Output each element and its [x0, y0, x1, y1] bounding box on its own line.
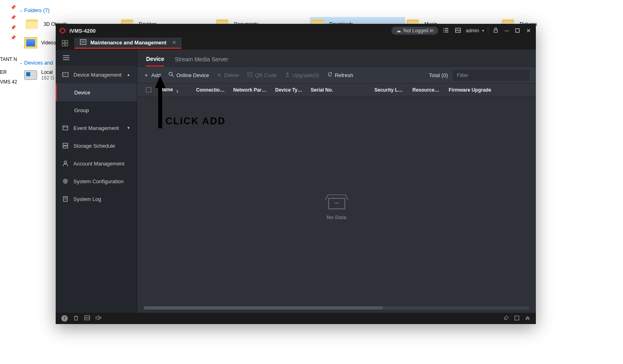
local-disk[interactable]: Local 162 G: [24, 69, 54, 81]
storage-icon: [62, 142, 69, 149]
col-resource[interactable]: Resource Us…: [408, 87, 445, 93]
tool-label: QR Code: [255, 72, 277, 78]
log-icon: [62, 196, 69, 202]
tab-maintenance[interactable]: Maintenance and Management ✕: [74, 38, 182, 49]
devices-header-label: Devices and: [24, 60, 53, 66]
col-name[interactable]: Name ▲▼: [156, 87, 192, 93]
login-status[interactable]: ☁ Not Logged in: [391, 27, 439, 35]
disk-icon: [24, 70, 37, 80]
tab-label: Maintenance and Management: [90, 40, 167, 46]
close-icon[interactable]: ✕: [525, 27, 533, 35]
image-icon[interactable]: [454, 27, 462, 35]
trash-icon[interactable]: [73, 315, 79, 322]
disk-label: Local: [41, 69, 54, 75]
svg-point-34: [169, 72, 172, 75]
col-device-type[interactable]: Device Type: [271, 87, 307, 93]
sidebar-label: System Configuration: [73, 178, 123, 184]
pin-icon: 📌: [10, 15, 17, 20]
alert-icon[interactable]: !: [61, 315, 68, 322]
col-firmware[interactable]: Firmware Upgrade: [445, 87, 497, 93]
sidebar-system-log[interactable]: System Log: [56, 190, 137, 208]
app-title: iVMS-4200: [69, 28, 96, 34]
subtab-stream-media-server[interactable]: Stream Media Server: [175, 56, 228, 67]
chevron-down-icon: ⌄: [19, 8, 23, 13]
sidebar-group[interactable]: Group: [56, 101, 137, 119]
col-connection[interactable]: Connection T…: [192, 87, 229, 93]
col-network[interactable]: Network Param…: [229, 87, 271, 93]
svg-rect-6: [443, 31, 444, 32]
refresh-button[interactable]: Refresh: [327, 72, 353, 78]
sidebar-trunc: VMS 420: [0, 79, 17, 85]
svg-rect-36: [247, 72, 249, 74]
svg-rect-7: [445, 31, 449, 32]
search-icon: [169, 72, 174, 78]
mute-icon[interactable]: [96, 315, 102, 322]
svg-rect-12: [65, 40, 68, 43]
picture-icon[interactable]: [84, 315, 90, 322]
sidebar-storage-schedule[interactable]: Storage Schedule: [56, 137, 137, 155]
table-body: No Data: [137, 96, 536, 313]
app-logo-icon: [59, 27, 66, 34]
col-serial[interactable]: Serial No.: [307, 87, 370, 93]
user-menu[interactable]: admin ▼: [466, 28, 485, 33]
filter-input[interactable]: [453, 70, 529, 81]
sort-icon: ▲▼: [176, 89, 179, 93]
no-data-label: No Data: [326, 214, 346, 220]
svg-rect-13: [62, 44, 65, 46]
chevron-up-icon: ▲: [127, 73, 130, 77]
device-mgmt-icon: [62, 71, 69, 78]
lock-icon[interactable]: [491, 27, 500, 35]
folder-videos[interactable]: Videos: [24, 37, 56, 48]
svg-point-23: [65, 74, 66, 75]
close-tab-icon[interactable]: ✕: [172, 40, 176, 45]
sidebar-label: Event Management: [73, 125, 119, 131]
cloud-icon: ☁: [396, 28, 401, 33]
chevron-down-icon: ▼: [127, 126, 130, 130]
svg-rect-24: [63, 126, 68, 130]
pin-icon: 📌: [10, 5, 17, 10]
expand-up-icon[interactable]: [525, 315, 530, 322]
restore-icon[interactable]: [514, 315, 519, 322]
refresh-icon: [327, 72, 332, 78]
event-icon: [62, 125, 69, 131]
svg-rect-41: [75, 316, 77, 320]
svg-point-28: [64, 161, 67, 163]
add-button[interactable]: ＋ Add: [144, 71, 161, 79]
folders-header[interactable]: ⌄ Folders (7): [19, 7, 50, 13]
sidebar: Device Management ▲ Device Group Event M…: [56, 50, 137, 313]
sidebar-event-management[interactable]: Event Management ▼: [56, 119, 137, 137]
subtab-label: Device: [146, 56, 164, 62]
sidebar-system-configuration[interactable]: System Configuration: [56, 172, 137, 190]
pin-icon[interactable]: [504, 315, 509, 322]
select-all-checkbox[interactable]: [146, 87, 151, 92]
sidebar-toggle[interactable]: [56, 50, 137, 66]
sidebar-account-management[interactable]: Account Management: [56, 155, 137, 172]
folders-header-label: Folders (7): [24, 7, 50, 13]
svg-rect-15: [80, 40, 86, 44]
statusbar: !: [56, 313, 536, 324]
list-icon[interactable]: [441, 27, 450, 35]
subtabs: Device Stream Media Server: [137, 50, 536, 67]
titlebar: iVMS-4200 ☁ Not Logged in admin ▼ ─: [56, 24, 536, 38]
sidebar-label: Group: [74, 107, 89, 113]
apps-grid-button[interactable]: [56, 38, 74, 49]
maximize-icon[interactable]: [514, 27, 521, 35]
quick-access-pins: 📌 📌 📌 📌: [0, 0, 17, 101]
subtab-label: Stream Media Server: [175, 56, 228, 63]
gear-icon: [62, 178, 69, 184]
content-area: Device Stream Media Server ＋ Add Online …: [137, 50, 536, 313]
sidebar-device-management[interactable]: Device Management ▲: [56, 66, 137, 84]
plus-icon: ＋: [144, 71, 149, 79]
horizontal-scrollbar[interactable]: [144, 306, 529, 310]
col-security[interactable]: Security Level: [370, 87, 408, 93]
scroll-thumb[interactable]: [144, 306, 383, 310]
tool-label: Online Device: [176, 72, 209, 78]
sidebar-label: Device Management: [73, 72, 121, 78]
minimize-icon[interactable]: ─: [503, 27, 510, 35]
table-header: Name ▲▼ Connection T… Network Param… Dev…: [137, 84, 536, 96]
disk-sublabel: 162 G: [41, 75, 54, 81]
subtab-device[interactable]: Device: [146, 56, 164, 67]
online-device-button[interactable]: Online Device: [169, 72, 209, 78]
sidebar-device[interactable]: Device: [56, 84, 137, 101]
devices-header[interactable]: ⌄ Devices and: [19, 60, 53, 66]
